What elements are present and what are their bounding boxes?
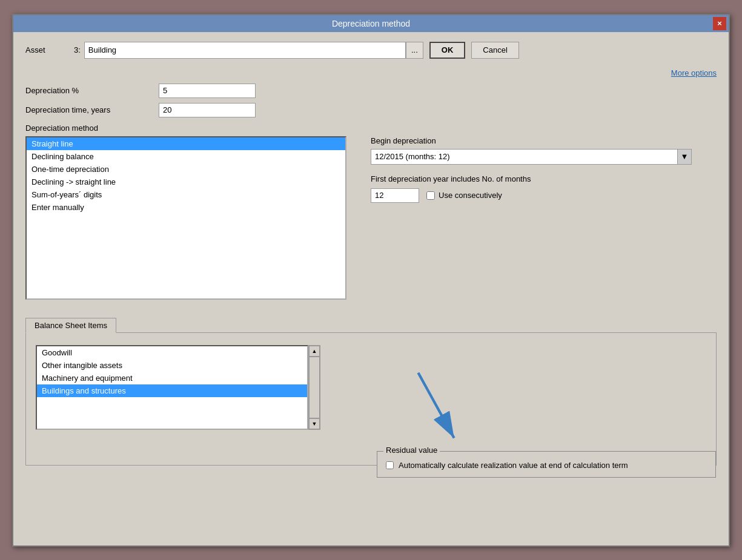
more-options-link[interactable]: More options xyxy=(671,68,717,77)
use-consecutively-checkbox[interactable] xyxy=(426,191,435,200)
depreciation-percent-row: Depreciation % xyxy=(25,84,717,98)
months-input[interactable] xyxy=(371,188,419,203)
asset-input[interactable] xyxy=(84,42,406,59)
list-item[interactable]: Declining balance xyxy=(27,150,345,163)
tab-section: Balance Sheet Items Goodwill Other intan… xyxy=(25,318,717,466)
depreciation-dialog: Depreciation method × Asset 3: ... OK Ca… xyxy=(12,14,730,547)
list-item[interactable]: Declining -> straight line xyxy=(27,176,345,188)
months-row: Use consecutively xyxy=(371,188,698,203)
depreciation-method-listbox[interactable]: Straight line Declining balance One-time… xyxy=(25,136,346,300)
residual-section: Residual value Automatically calculate r… xyxy=(377,451,716,478)
close-button[interactable]: × xyxy=(713,17,726,30)
balance-listbox-wrap: Goodwill Other intangible assets Machine… xyxy=(36,345,706,430)
scroll-up-icon[interactable]: ▲ xyxy=(309,346,320,357)
depreciation-time-label: Depreciation time, years xyxy=(25,105,159,114)
depreciation-time-row: Depreciation time, years xyxy=(25,103,717,117)
depreciation-method-label: Depreciation method xyxy=(25,124,717,133)
list-item[interactable]: Machinery and equipment xyxy=(37,372,307,384)
residual-checkbox-label: Automatically calculate realization valu… xyxy=(399,460,628,471)
list-item[interactable]: Other intangible assets xyxy=(37,359,307,372)
residual-checkbox-row: Automatically calculate realization valu… xyxy=(386,460,707,471)
asset-number: 3: xyxy=(74,45,81,54)
browse-button[interactable]: ... xyxy=(406,42,423,59)
use-consecutively-row: Use consecutively xyxy=(426,191,502,200)
list-item[interactable]: One-time depreciation xyxy=(27,163,345,176)
depreciation-percent-input[interactable] xyxy=(159,84,256,98)
list-item[interactable]: Straight line xyxy=(27,137,345,150)
depreciation-percent-label: Depreciation % xyxy=(25,86,159,95)
tab-balance-sheet[interactable]: Balance Sheet Items xyxy=(25,318,116,333)
cancel-button[interactable]: Cancel xyxy=(471,42,518,59)
scroll-down-icon[interactable]: ▼ xyxy=(309,418,320,429)
list-item[interactable]: Goodwill xyxy=(37,346,307,359)
scrollbar: ▲ ▼ xyxy=(308,345,320,430)
asset-row: Asset 3: ... OK Cancel xyxy=(25,42,717,59)
balance-sheet-listbox[interactable]: Goodwill Other intangible assets Machine… xyxy=(36,345,308,430)
tab-strip: Balance Sheet Items xyxy=(25,318,717,332)
begin-depreciation-label: Begin depreciation xyxy=(371,136,698,145)
residual-box: Residual value Automatically calculate r… xyxy=(377,451,716,478)
first-depreciation-label: First depreciation year includes No. of … xyxy=(371,174,698,183)
ok-button[interactable]: OK xyxy=(429,42,466,59)
list-item[interactable]: Sum-of-years´ digits xyxy=(27,188,345,201)
residual-checkbox[interactable] xyxy=(386,461,394,469)
tab-content: Goodwill Other intangible assets Machine… xyxy=(25,332,717,466)
list-item[interactable]: Enter manually xyxy=(27,201,345,214)
title-bar: Depreciation method × xyxy=(13,15,729,32)
depreciation-time-input[interactable] xyxy=(159,103,256,117)
dialog-content: Asset 3: ... OK Cancel More options Depr… xyxy=(13,32,729,475)
use-consecutively-label: Use consecutively xyxy=(439,191,502,200)
begin-depreciation-dropdown[interactable]: 12/2015 (months: 12) xyxy=(371,149,692,165)
dialog-title: Depreciation method xyxy=(332,19,410,28)
asset-label: Asset xyxy=(25,45,74,54)
residual-legend: Residual value xyxy=(383,446,440,455)
list-item[interactable]: Buildings and structures xyxy=(37,384,307,397)
asset-input-wrap: ... xyxy=(84,42,423,59)
